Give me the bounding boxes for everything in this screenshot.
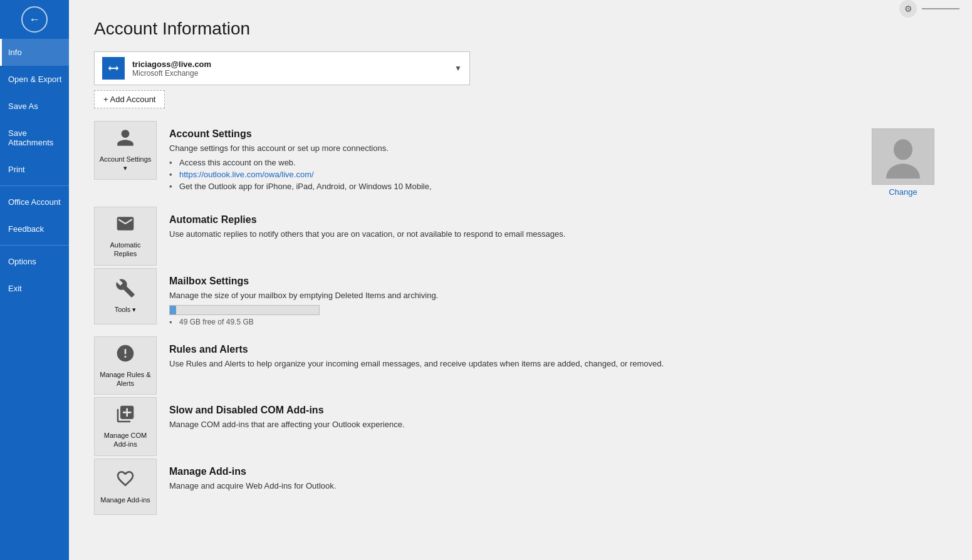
profile-avatar-icon [884, 135, 922, 179]
mailbox-tools-icon [115, 278, 135, 303]
mailbox-settings-content: Mailbox Settings Manage the size of your… [157, 268, 947, 334]
sections: Account Settings ▾ Account Settings Chan… [94, 121, 947, 515]
rules-alerts-title: Rules and Alerts [169, 344, 934, 355]
manage-addins-row: Manage Add-ins Manage Add-ins Manage and… [94, 459, 947, 515]
manage-addins-btn-label: Manage Add-ins [100, 495, 150, 504]
svg-point-0 [894, 139, 912, 160]
mailbox-settings-button[interactable]: Tools ▾ [94, 268, 157, 324]
owa-link[interactable]: https://outlook.live.com/owa/live.com/ [179, 170, 314, 179]
sidebar-item-save-as[interactable]: Save As [0, 93, 69, 120]
account-settings-row: Account Settings ▾ Account Settings Chan… [94, 121, 947, 204]
account-icon [102, 57, 125, 80]
sidebar-item-save-attachments[interactable]: Save Attachments [0, 120, 69, 156]
profile-picture [872, 128, 934, 185]
main-content: Account Information triciagoss@live.com … [69, 0, 972, 560]
sidebar-item-info[interactable]: Info [0, 39, 69, 66]
com-addins-title: Slow and Disabled COM Add-ins [169, 405, 934, 416]
list-item-mobile-app: Get the Outlook app for iPhone, iPad, An… [169, 180, 859, 192]
rules-alerts-row: Manage Rules & Alerts Rules and Alerts U… [94, 336, 947, 395]
rules-alerts-btn-label: Manage Rules & Alerts [98, 370, 152, 388]
svg-point-1 [886, 163, 920, 179]
mailbox-settings-row: Tools ▾ Mailbox Settings Manage the size… [94, 268, 947, 334]
add-account-button[interactable]: + Add Account [94, 90, 165, 108]
sidebar-divider-2 [0, 245, 69, 246]
automatic-replies-icon [115, 214, 135, 238]
mailbox-free-text: 49 GB free of 49.5 GB [169, 318, 934, 326]
account-dropdown-wrapper: triciagoss@live.com Microsoft Exchange ▼… [94, 51, 947, 108]
rules-alerts-icon [115, 343, 135, 368]
mailbox-progress-bar [169, 305, 320, 315]
manage-addins-content: Manage Add-ins Manage and acquire Web Ad… [157, 459, 947, 502]
manage-addins-button[interactable]: Manage Add-ins [94, 459, 157, 515]
automatic-replies-title: Automatic Replies [169, 214, 934, 226]
sidebar: ← Info Open & Export Save As Save Attach… [0, 0, 69, 560]
list-item-web-access: Access this account on the web. [169, 157, 859, 169]
com-addins-icon [115, 404, 135, 428]
account-settings-inner: Account Settings Change settings for thi… [169, 128, 934, 197]
page-title: Account Information [94, 19, 947, 39]
account-settings-list: Access this account on the web. https://… [169, 157, 859, 192]
com-addins-row: Manage COM Add-ins Slow and Disabled COM… [94, 397, 947, 456]
rules-alerts-content: Rules and Alerts Use Rules and Alerts to… [157, 336, 947, 380]
sidebar-item-print[interactable]: Print [0, 156, 69, 183]
profile-area: Change [872, 128, 934, 197]
sidebar-item-open-export[interactable]: Open & Export [0, 66, 69, 93]
automatic-replies-content: Automatic Replies Use automatic replies … [157, 207, 947, 250]
account-settings-btn-label: Account Settings ▾ [98, 155, 152, 173]
manage-addins-icon [115, 469, 135, 493]
account-settings-title: Account Settings [169, 128, 859, 140]
account-settings-body: Account Settings Change settings for thi… [169, 128, 859, 192]
account-info: triciagoss@live.com Microsoft Exchange [132, 60, 454, 78]
exchange-icon [107, 61, 120, 75]
com-addins-btn-label: Manage COM Add-ins [98, 431, 152, 449]
account-dropdown[interactable]: triciagoss@live.com Microsoft Exchange ▼ [94, 51, 470, 85]
topbar: ⚙ [899, 0, 972, 18]
mailbox-bar-fill [170, 306, 176, 314]
manage-addins-desc: Manage and acquire Web Add-ins for Outlo… [169, 481, 934, 490]
sidebar-item-office-account[interactable]: Office Account [0, 189, 69, 215]
sidebar-item-exit[interactable]: Exit [0, 275, 69, 302]
rules-alerts-desc: Use Rules and Alerts to help organize yo… [169, 359, 934, 368]
mailbox-settings-desc: Manage the size of your mailbox by empty… [169, 291, 934, 300]
mailbox-settings-title: Mailbox Settings [169, 276, 934, 287]
automatic-replies-btn-label: Automatic Replies [98, 241, 152, 259]
topbar-settings-icon[interactable]: ⚙ [899, 0, 917, 18]
topbar-minimize-line [922, 8, 959, 9]
account-settings-button[interactable]: Account Settings ▾ [94, 121, 157, 180]
sidebar-item-feedback[interactable]: Feedback [0, 215, 69, 242]
dropdown-arrow: ▼ [454, 64, 462, 73]
account-settings-content: Account Settings Change settings for thi… [157, 121, 947, 204]
sidebar-item-options[interactable]: Options [0, 248, 69, 275]
automatic-replies-button[interactable]: Automatic Replies [94, 207, 157, 266]
com-addins-button[interactable]: Manage COM Add-ins [94, 397, 157, 456]
account-settings-icon [115, 128, 135, 152]
back-button[interactable]: ← [21, 6, 48, 33]
account-settings-desc: Change settings for this account or set … [169, 143, 859, 153]
sidebar-divider [0, 185, 69, 186]
account-email: triciagoss@live.com [132, 60, 454, 69]
mailbox-tools-btn-label: Tools ▾ [115, 305, 137, 314]
manage-addins-title: Manage Add-ins [169, 466, 934, 477]
automatic-replies-row: Automatic Replies Automatic Replies Use … [94, 207, 947, 266]
automatic-replies-desc: Use automatic replies to notify others t… [169, 229, 934, 239]
rules-alerts-button[interactable]: Manage Rules & Alerts [94, 336, 157, 395]
account-type: Microsoft Exchange [132, 69, 454, 78]
profile-change-link[interactable]: Change [889, 187, 917, 197]
com-addins-desc: Manage COM add-ins that are affecting yo… [169, 420, 934, 429]
list-item-owa-link: https://outlook.live.com/owa/live.com/ [169, 169, 859, 180]
com-addins-content: Slow and Disabled COM Add-ins Manage COM… [157, 397, 947, 440]
